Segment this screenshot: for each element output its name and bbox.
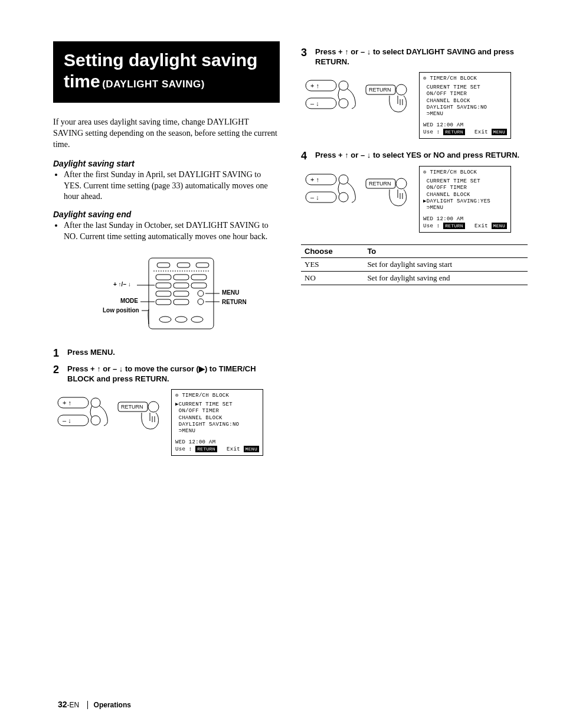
table-header: To xyxy=(364,244,528,257)
step-1-text: Press MENU. xyxy=(67,348,115,358)
plus-button-label: + ↑ xyxy=(310,82,319,89)
svg-point-26 xyxy=(91,398,100,407)
minus-button-label: – ↓ xyxy=(310,194,319,201)
table-header: Choose xyxy=(301,244,364,257)
osd-item: ⊃MENU xyxy=(423,205,507,211)
page-suffix: -EN xyxy=(67,701,80,709)
svg-rect-1 xyxy=(157,263,170,267)
step-number: 2 xyxy=(53,364,63,375)
osd-item: ⊃MENU xyxy=(423,111,507,117)
osd-time: WED 12:00 AM xyxy=(175,439,217,446)
label-return: RETURN xyxy=(222,299,247,305)
step-4-text: Press + ↑ or – ↓ to select YES or NO and… xyxy=(315,151,519,161)
osd-item: DAYLIGHT SAVING:NO xyxy=(423,105,507,111)
svg-point-34 xyxy=(339,99,348,108)
page-footer: 32-EN Operations xyxy=(58,700,136,709)
label-mode: MODE xyxy=(120,298,138,304)
svg-point-32 xyxy=(339,81,348,90)
osd-item: CHANNEL BLOCK xyxy=(175,415,259,422)
osd-item: ▶DAYLIGHT SAVING:YES xyxy=(423,198,507,205)
minus-button-label: – ↓ xyxy=(310,100,319,107)
osd-item: CURRENT TIME SET xyxy=(423,178,507,185)
osd-use: Use ↕ xyxy=(423,223,440,229)
osd-screen-step4: ⊙ TIMER/CH BLOCK CURRENT TIME SET ON/OFF… xyxy=(419,166,511,233)
osd-item: ▶CURRENT TIME SET xyxy=(175,401,259,408)
osd-item: ON/OFF TIMER xyxy=(423,185,507,191)
osd-item: ⊃MENU xyxy=(175,428,259,435)
return-button-label: RETURN xyxy=(369,181,391,187)
osd-item: CHANNEL BLOCK xyxy=(423,98,507,105)
osd-use: Use ↕ xyxy=(175,446,192,452)
svg-rect-14 xyxy=(156,299,171,305)
osd-title: ⊙ TIMER/CH BLOCK xyxy=(423,76,507,82)
osd-exit-label: Exit xyxy=(474,223,488,229)
osd-title: ⊙ TIMER/CH BLOCK xyxy=(423,169,507,176)
svg-rect-15 xyxy=(174,299,189,305)
svg-point-36 xyxy=(396,84,407,95)
osd-screen-step3: ⊙ TIMER/CH BLOCK CURRENT TIME SET ON/OFF… xyxy=(419,72,511,139)
step-3-text: Press + ↑ or – ↓ to select DAYLIGHT SAVI… xyxy=(315,47,528,67)
osd-item: ON/OFF TIMER xyxy=(423,91,507,97)
osd-use: Use ↕ xyxy=(423,129,440,135)
svg-point-19 xyxy=(191,316,203,322)
svg-rect-8 xyxy=(156,283,171,288)
svg-point-16 xyxy=(198,299,204,305)
table-row: NO Set for daylight saving end xyxy=(301,271,528,285)
table-row: YES Set for daylight saving start xyxy=(301,257,528,271)
minus-button-label: – ↓ xyxy=(63,417,71,424)
label-low: Low position xyxy=(103,307,139,314)
return-button-label: RETURN xyxy=(369,87,391,93)
osd-item: DAYLIGHT SAVING:NO xyxy=(175,422,259,428)
table-cell: NO xyxy=(301,271,364,285)
svg-rect-12 xyxy=(174,291,189,296)
svg-point-18 xyxy=(175,316,187,322)
ds-end-bullet: After the last Sunday in October, set DA… xyxy=(64,220,280,243)
svg-point-30 xyxy=(148,401,159,412)
svg-rect-3 xyxy=(196,263,209,267)
step-number: 4 xyxy=(301,151,310,161)
label-plusminus: + ↑/– ↓ xyxy=(113,281,131,288)
osd-time: WED 12:00 AM xyxy=(423,122,465,129)
svg-point-42 xyxy=(396,178,407,189)
plus-button-label: + ↑ xyxy=(310,176,319,183)
osd-item: ON/OFF TIMER xyxy=(175,408,259,414)
osd-screen-step2: ⊙ TIMER/CH BLOCK ▶CURRENT TIME SET ON/OF… xyxy=(171,389,263,456)
osd-return-box: RETURN xyxy=(443,129,465,135)
osd-menu-box: MENU xyxy=(492,223,507,229)
osd-item: CHANNEL BLOCK xyxy=(423,192,507,198)
table-cell: Set for daylight saving start xyxy=(364,257,528,271)
svg-rect-2 xyxy=(177,263,190,267)
ds-start-bullet: After the first Sunday in April, set DAY… xyxy=(64,169,280,203)
step-number: 1 xyxy=(53,348,63,358)
section-title: Setting daylight saving time (DAYLIGHT S… xyxy=(53,41,280,103)
title-sub: (DAYLIGHT SAVING) xyxy=(102,79,205,90)
intro-paragraph: If your area uses daylight saving time, … xyxy=(53,117,280,151)
svg-point-17 xyxy=(159,316,171,322)
svg-rect-10 xyxy=(191,283,207,288)
svg-point-38 xyxy=(339,175,348,184)
osd-menu-box: MENU xyxy=(492,129,507,135)
table-cell: YES xyxy=(301,257,364,271)
plus-button-label: + ↑ xyxy=(63,399,71,406)
page-number: 32 xyxy=(58,700,67,709)
ds-end-heading: Daylight saving end xyxy=(53,210,280,219)
osd-time: WED 12:00 AM xyxy=(423,216,465,223)
svg-point-28 xyxy=(91,416,100,425)
choose-table: Choose To YES Set for daylight saving st… xyxy=(301,244,528,285)
ds-start-heading: Daylight saving start xyxy=(53,159,280,168)
osd-return-box: RETURN xyxy=(195,446,217,452)
step-number: 3 xyxy=(301,47,310,58)
buttons-return-illustration: + ↑ – ↓ RETURN xyxy=(53,389,165,436)
buttons-return-illustration: + ↑ – ↓ RETURN xyxy=(301,72,413,119)
osd-return-box: RETURN xyxy=(443,223,465,229)
svg-point-40 xyxy=(339,192,348,202)
footer-section: Operations xyxy=(87,701,131,709)
osd-menu-box: MENU xyxy=(244,446,259,452)
svg-rect-5 xyxy=(156,275,171,280)
buttons-return-illustration: + ↑ – ↓ RETURN xyxy=(301,166,413,213)
svg-rect-7 xyxy=(191,275,207,280)
return-button-label: RETURN xyxy=(121,404,143,410)
svg-rect-11 xyxy=(156,291,171,296)
osd-item: CURRENT TIME SET xyxy=(423,84,507,91)
osd-title: ⊙ TIMER/CH BLOCK xyxy=(175,393,259,399)
